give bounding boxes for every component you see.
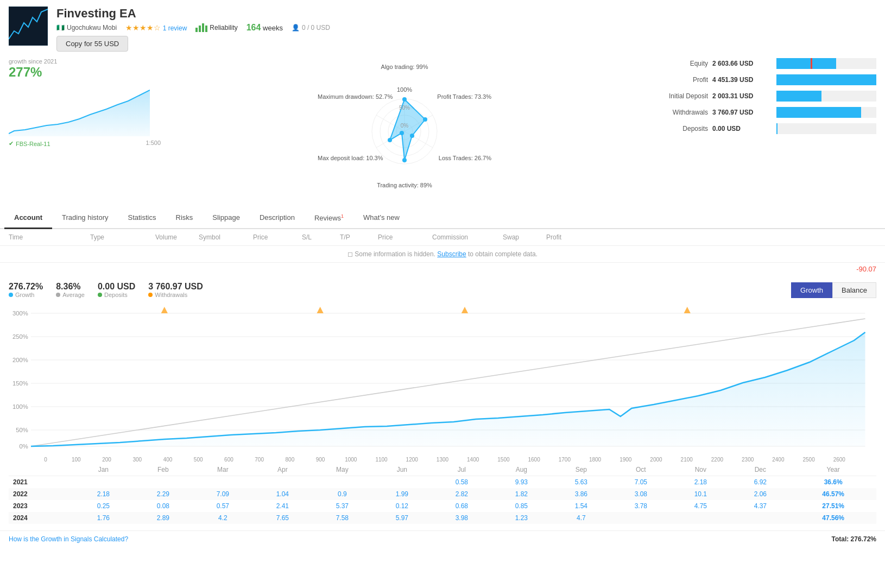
tab-whats-new[interactable]: What's new: [353, 208, 409, 229]
col-commission: Commission: [432, 233, 503, 241]
profit-value: 4 451.39 USD: [712, 76, 772, 84]
copy-button[interactable]: Copy for 55 USD: [56, 36, 128, 52]
cell-jun: 1.99: [372, 488, 432, 500]
growth-stat-value: 276.72%: [9, 282, 43, 292]
svg-point-12: [410, 134, 414, 138]
cell-jul: 3.98: [432, 512, 491, 524]
cell-feb: 0.08: [133, 500, 193, 512]
svg-text:200%: 200%: [12, 357, 28, 363]
tab-trading-history[interactable]: Trading history: [52, 208, 118, 229]
cell-sep: 5.63: [551, 476, 611, 489]
balance-button[interactable]: Balance: [832, 282, 876, 298]
cell-nov: [671, 512, 730, 524]
radar-loss-label: Loss Trades: 26.7%: [439, 155, 491, 161]
cell-jul: 2.82: [432, 488, 491, 500]
cell-oct: 7.05: [611, 476, 671, 489]
withdrawals-value: 3 760.97 USD: [712, 109, 772, 116]
growth-pct-label: Growth: [9, 292, 43, 298]
profit-label: Profit: [648, 76, 708, 84]
deposits-bar: [776, 123, 777, 134]
th-jan: Jan: [73, 464, 133, 476]
ea-title: Finvesting EA: [56, 7, 876, 21]
deposits-stat: 0.00 USD Deposits: [98, 282, 135, 298]
svg-text:100%: 100%: [397, 86, 412, 93]
cell-apr: 1.04: [252, 488, 312, 500]
table-row: 20241.762.894.27.657.585.973.981.234.747…: [9, 512, 876, 524]
th-aug: Aug: [491, 464, 551, 476]
growth-pct-value: 277%: [9, 65, 161, 80]
cell-aug: 0.85: [491, 500, 551, 512]
subscribe-link[interactable]: Subscribe: [437, 250, 466, 258]
th-feb: Feb: [133, 464, 193, 476]
info-bar: ◻ Some information is hidden. Subscribe …: [0, 246, 885, 263]
growth-button[interactable]: Growth: [791, 282, 832, 298]
footer-total: Total: 276.72%: [832, 535, 876, 543]
initial-deposit-row: Initial Deposit 2 003.31 USD: [648, 91, 876, 102]
th-sep: Sep: [551, 464, 611, 476]
growth-section: 276.72% Growth 8.36% Average 0.00 USD De…: [0, 275, 885, 530]
cell-jun: 5.97: [372, 512, 432, 524]
cell-dec: 4.37: [730, 500, 790, 512]
table-row: 20210.589.935.637.052.186.9236.6%: [9, 476, 876, 489]
th-apr: Apr: [252, 464, 312, 476]
cell-jun: [372, 476, 432, 489]
top-stats: growth since 2021 277% ✔ FBS-Real-11 1:5…: [0, 58, 885, 208]
radar-wrap: 100% 50% 0% Algo trading: 99% Profit Tra…: [318, 58, 491, 199]
tab-statistics[interactable]: Statistics: [118, 208, 166, 229]
tab-reviews[interactable]: Reviews1: [305, 208, 353, 229]
info-icon: ◻: [347, 250, 353, 258]
cell-mar: 0.57: [193, 500, 252, 512]
cell-mar: [193, 476, 252, 489]
th-dec: Dec: [730, 464, 790, 476]
leverage-value: 1:500: [146, 140, 161, 146]
cell-jul: 0.58: [432, 476, 491, 489]
users-badge: 👤 0 / 0 USD: [292, 24, 330, 31]
col-price2: Price: [378, 233, 432, 241]
info-msg: Some information is hidden.: [355, 250, 435, 258]
flag-icon: 🇳🇬: [56, 24, 65, 31]
withdrawals-stat-value: 3 760.97 USD: [148, 282, 203, 292]
svg-marker-35: [317, 307, 323, 313]
withdrawals-stat-label: Withdrawals: [148, 292, 203, 298]
tab-risks[interactable]: Risks: [166, 208, 203, 229]
cell-year: 2024: [9, 512, 73, 524]
fbs-row: ✔ FBS-Real-11 1:500: [9, 138, 161, 147]
cell-nov: 2.18: [671, 476, 730, 489]
cell-may: 7.58: [312, 512, 372, 524]
th-jul: Jul: [432, 464, 491, 476]
x-axis-numbers: 0 100 200 300 400 500 600 700 800 900 10…: [9, 457, 876, 463]
withdrawals-bar: [776, 107, 861, 118]
cell-dec: 6.92: [730, 476, 790, 489]
cell-aug: 1.82: [491, 488, 551, 500]
deposits-stat-value: 0.00 USD: [98, 282, 135, 292]
tab-slippage[interactable]: Slippage: [203, 208, 250, 229]
svg-marker-34: [161, 307, 168, 313]
footer-link[interactable]: How is the Growth in Signals Calculated?: [9, 535, 128, 543]
tab-account[interactable]: Account: [4, 208, 52, 229]
col-swap: Swap: [503, 233, 546, 241]
cell-total: 27.51%: [790, 500, 876, 512]
cell-feb: 2.89: [133, 512, 193, 524]
review-link[interactable]: 1 review: [163, 24, 187, 32]
cell-total: 46.57%: [790, 488, 876, 500]
footer: How is the Growth in Signals Calculated?…: [0, 530, 885, 547]
rel-bar-1: [195, 28, 198, 32]
weeks-unit: weeks: [263, 24, 283, 32]
svg-point-11: [423, 117, 427, 122]
cell-feb: 2.29: [133, 488, 193, 500]
dot-deposits: [98, 293, 102, 297]
withdrawals-bar-container: [776, 107, 876, 118]
reliability-bars: [195, 23, 207, 32]
deposits-bar-container: [776, 123, 876, 134]
tab-description[interactable]: Description: [250, 208, 305, 229]
author-info: 🇳🇬 Ugochukwu Mobi: [56, 24, 117, 31]
col-symbol: Symbol: [199, 233, 253, 241]
svg-point-10: [402, 97, 407, 102]
mini-chart-svg: [9, 82, 150, 136]
col-type: Type: [90, 233, 155, 241]
th-year: Year: [790, 464, 876, 476]
cell-dec: [730, 512, 790, 524]
withdrawals-stat: 3 760.97 USD Withdrawals: [148, 282, 203, 298]
users-icon: 👤: [292, 24, 300, 31]
cell-apr: [252, 476, 312, 489]
